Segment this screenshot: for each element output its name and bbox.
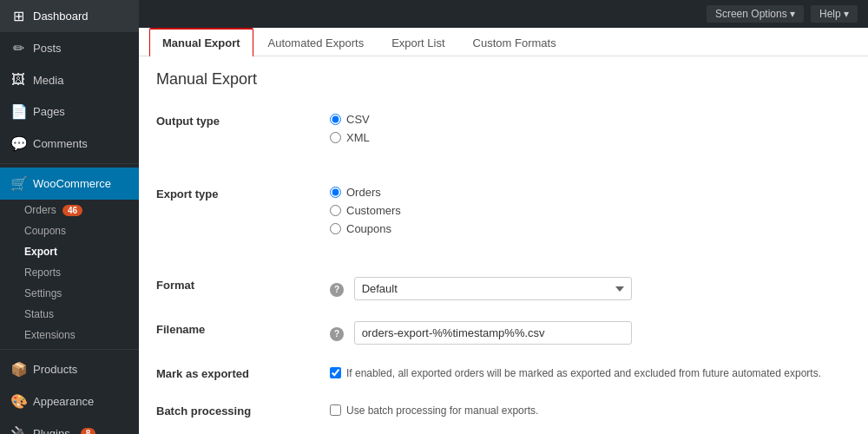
spacer-row-1 <box>156 155 851 175</box>
radio-csv-label: CSV <box>346 113 370 126</box>
products-icon: 📦 <box>10 361 26 378</box>
format-label: Format <box>156 266 330 311</box>
sidebar-item-products[interactable]: 📦 Products <box>0 353 139 385</box>
radio-customers-input[interactable] <box>330 205 341 216</box>
sidebar-item-media[interactable]: 🖼 Media <box>0 64 139 95</box>
mark-as-exported-label: Mark as exported <box>156 355 330 392</box>
output-type-label: Output type <box>156 102 330 155</box>
radio-customers[interactable]: Customers <box>330 204 851 217</box>
media-icon: 🖼 <box>10 72 26 88</box>
screen-options-button[interactable]: Screen Options ▾ <box>707 5 804 23</box>
radio-coupons[interactable]: Coupons <box>330 222 851 235</box>
export-type-label: Export type <box>156 175 330 246</box>
sidebar-sub-status[interactable]: Status <box>0 304 139 325</box>
export-type-row: Export type Orders Customers <box>156 175 851 246</box>
radio-csv-input[interactable] <box>330 114 341 125</box>
sidebar-item-posts[interactable]: ✏ Posts <box>0 32 139 64</box>
sidebar-item-dashboard[interactable]: ⊞ Dashboard <box>0 0 139 32</box>
tab-export-list[interactable]: Export List <box>378 29 457 56</box>
help-button[interactable]: Help ▾ <box>811 5 858 23</box>
export-type-cell: Orders Customers Coupons <box>330 175 851 246</box>
radio-xml-input[interactable] <box>330 132 341 143</box>
format-row: Format ? Default <box>156 266 851 311</box>
batch-processing-label: Batch processing <box>156 392 330 430</box>
radio-orders-label: Orders <box>346 186 381 199</box>
content-area: Manual Export Automated Exports Export L… <box>139 28 868 434</box>
plugins-icon: 🔌 <box>10 425 26 434</box>
orders-badge: 46 <box>62 205 82 216</box>
radio-orders[interactable]: Orders <box>330 186 851 199</box>
sidebar-sub-extensions[interactable]: Extensions <box>0 325 139 345</box>
mark-as-exported-checkbox[interactable] <box>330 367 341 378</box>
output-type-row: Output type CSV XML <box>156 102 851 155</box>
output-type-cell: CSV XML <box>330 102 851 155</box>
dashboard-icon: ⊞ <box>10 8 26 24</box>
radio-xml[interactable]: XML <box>330 131 851 144</box>
mark-as-exported-description: If enabled, all exported orders will be … <box>346 365 821 381</box>
mark-as-exported-cell: If enabled, all exported orders will be … <box>330 355 851 392</box>
batch-processing-group: Use batch processing for manual exports. <box>330 403 851 418</box>
sidebar-item-appearance[interactable]: 🎨 Appearance <box>0 385 139 418</box>
batch-processing-row: Batch processing Use batch processing fo… <box>156 392 851 430</box>
pages-icon: 📄 <box>10 103 26 120</box>
plugins-badge: 8 <box>81 428 96 434</box>
radio-orders-input[interactable] <box>330 187 341 198</box>
radio-coupons-input[interactable] <box>330 223 341 234</box>
batch-processing-cell: Use batch processing for manual exports. <box>330 392 851 430</box>
form-table: Output type CSV XML <box>156 102 851 430</box>
sidebar-sub-coupons[interactable]: Coupons <box>0 220 139 241</box>
filename-row: Filename ? <box>156 311 851 355</box>
topbar: Screen Options ▾ Help ▾ <box>139 0 868 28</box>
output-type-group: CSV XML <box>330 113 851 144</box>
main-content: Screen Options ▾ Help ▾ Manual Export Au… <box>139 0 868 434</box>
tab-automated-exports[interactable]: Automated Exports <box>255 29 378 56</box>
radio-coupons-label: Coupons <box>346 222 391 235</box>
mark-as-exported-group: If enabled, all exported orders will be … <box>330 365 851 381</box>
tabs-bar: Manual Export Automated Exports Export L… <box>139 28 868 56</box>
export-type-group: Orders Customers Coupons <box>330 186 851 235</box>
sidebar-item-plugins[interactable]: 🔌 Plugins 8 <box>0 418 139 434</box>
radio-csv[interactable]: CSV <box>330 113 851 126</box>
filename-input[interactable] <box>354 321 632 345</box>
radio-xml-label: XML <box>346 131 370 144</box>
sidebar-item-pages[interactable]: 📄 Pages <box>0 95 139 128</box>
woocommerce-icon: 🛒 <box>10 175 26 192</box>
batch-processing-checkbox[interactable] <box>330 404 341 416</box>
sidebar-sub-settings[interactable]: Settings <box>0 283 139 304</box>
sidebar-sub-orders[interactable]: Orders 46 <box>0 200 139 220</box>
tab-custom-formats[interactable]: Custom Formats <box>460 29 569 56</box>
format-select[interactable]: Default <box>354 277 632 300</box>
sidebar: ⊞ Dashboard ✏ Posts 🖼 Media 📄 Pages 💬 Co… <box>0 0 139 434</box>
sidebar-sub-reports[interactable]: Reports <box>0 262 139 283</box>
appearance-icon: 🎨 <box>10 393 26 410</box>
format-hint-icon[interactable]: ? <box>330 283 344 297</box>
mark-as-exported-row: Mark as exported If enabled, all exporte… <box>156 355 851 392</box>
page-title: Manual Export <box>156 70 851 89</box>
tab-manual-export[interactable]: Manual Export <box>149 28 253 56</box>
comments-icon: 💬 <box>10 135 26 152</box>
filename-hint-icon[interactable]: ? <box>330 327 344 341</box>
filename-label: Filename <box>156 311 330 355</box>
page-body: Manual Export Output type CSV <box>139 56 868 434</box>
posts-icon: ✏ <box>10 40 26 56</box>
sidebar-item-comments[interactable]: 💬 Comments <box>0 128 139 160</box>
sidebar-sub-export[interactable]: Export <box>0 241 139 262</box>
spacer-row-2 <box>156 246 851 266</box>
format-cell: ? Default <box>330 266 851 311</box>
batch-processing-description: Use batch processing for manual exports. <box>346 403 538 418</box>
filename-cell: ? <box>330 311 851 355</box>
sidebar-item-woocommerce[interactable]: 🛒 WooCommerce <box>0 168 139 200</box>
radio-customers-label: Customers <box>346 204 401 217</box>
